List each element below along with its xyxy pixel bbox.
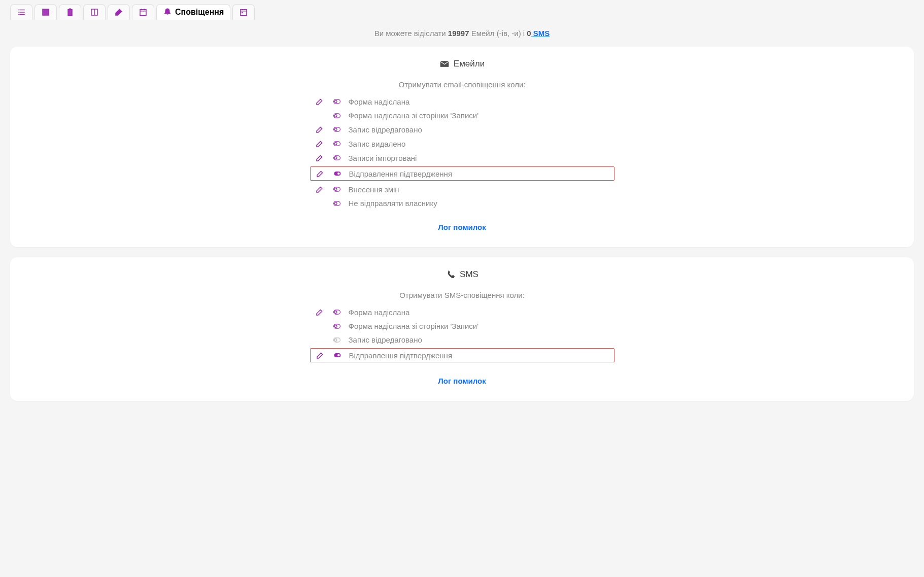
- toggle-slot: [332, 170, 343, 177]
- tab-notifications-label: Сповіщення: [175, 8, 224, 17]
- edit-icon[interactable]: [315, 185, 324, 194]
- email-row: Запис видалено: [310, 138, 614, 149]
- email-row-label: Форма надіслана: [349, 97, 410, 106]
- email-row-label: Записи імпортовані: [349, 154, 417, 162]
- sms-row: Запис відредаговано: [310, 334, 614, 345]
- toggle-slot: [331, 200, 343, 207]
- date-icon: [239, 8, 248, 17]
- email-log-link[interactable]: Лог помилок: [438, 223, 486, 231]
- sms-row: Форма надіслана зі сторінки 'Записи': [310, 321, 614, 331]
- tab-list[interactable]: [10, 4, 32, 20]
- tab-clipboard[interactable]: [59, 4, 81, 20]
- edit-slot: [314, 185, 325, 194]
- toggle-on[interactable]: [332, 352, 343, 359]
- tab-paint[interactable]: [108, 4, 130, 20]
- sms-panel-header: SMS: [30, 269, 894, 280]
- toggle-slot: [331, 98, 343, 105]
- edit-icon[interactable]: [315, 97, 324, 106]
- sms-panel-subtitle: Отримувати SMS-сповіщення коли:: [30, 291, 894, 299]
- quota-sms-link[interactable]: SMS: [531, 29, 550, 38]
- toggle-off[interactable]: [332, 200, 342, 207]
- email-row: Записи імпортовані: [310, 152, 614, 163]
- toggle-off[interactable]: [332, 309, 342, 316]
- sms-panel: SMS Отримувати SMS-сповіщення коли: Форм…: [10, 257, 914, 401]
- sms-row-label: Форма надіслана зі сторінки 'Записи': [349, 322, 479, 330]
- tab-window[interactable]: [35, 4, 57, 20]
- sms-row: Відправлення підтвердження: [310, 348, 614, 362]
- window-icon: [41, 8, 50, 17]
- toggle-slot: [331, 336, 343, 344]
- edit-slot: [315, 351, 326, 360]
- email-row-label: Запис видалено: [349, 140, 406, 148]
- edit-icon[interactable]: [315, 125, 324, 134]
- email-panel-header: Емейли: [30, 59, 894, 69]
- toggle-slot: [331, 309, 343, 316]
- email-row-label: Не відправляти власнику: [349, 199, 437, 208]
- bell-icon: [163, 8, 172, 17]
- phone-icon: [446, 269, 456, 280]
- email-rows: Форма надісланаФорма надіслана зі сторін…: [30, 96, 894, 209]
- edit-slot: [314, 139, 325, 148]
- quota-email-count: 19997: [448, 29, 469, 38]
- email-row-label: Відправлення підтвердження: [349, 169, 453, 178]
- sms-log-link-wrap: Лог помилок: [30, 377, 894, 386]
- toggle-off[interactable]: [332, 98, 342, 105]
- toggle-disabled: [332, 336, 342, 344]
- sms-log-link[interactable]: Лог помилок: [438, 377, 486, 385]
- toggle-slot: [331, 154, 343, 161]
- email-row: Відправлення підтвердження: [310, 166, 614, 181]
- email-row-label: Внесення змін: [349, 185, 399, 194]
- toggle-slot: [331, 126, 343, 133]
- email-row: Не відправляти власнику: [310, 198, 614, 209]
- toggle-off[interactable]: [332, 154, 342, 161]
- email-row: Форма надіслана: [310, 96, 614, 107]
- list-icon: [17, 8, 26, 17]
- toggle-off[interactable]: [332, 186, 342, 193]
- edit-slot: [314, 97, 325, 106]
- sms-row-label: Запис відредаговано: [349, 335, 422, 344]
- tab-date[interactable]: [232, 4, 255, 20]
- edit-icon[interactable]: [316, 169, 325, 178]
- sms-row-label: Відправлення підтвердження: [349, 351, 453, 360]
- email-panel-title: Емейли: [454, 59, 485, 69]
- paint-icon: [114, 8, 123, 17]
- sms-rows: Форма надісланаФорма надіслана зі сторін…: [30, 307, 894, 362]
- toggle-slot: [331, 186, 343, 193]
- email-row: Запис відредаговано: [310, 124, 614, 135]
- tab-calendar[interactable]: [132, 4, 154, 20]
- edit-icon[interactable]: [315, 139, 324, 148]
- toggle-on[interactable]: [332, 170, 343, 177]
- tab-columns[interactable]: [83, 4, 106, 20]
- toggle-slot: [331, 323, 343, 330]
- calendar-icon: [139, 8, 148, 17]
- edit-slot: [314, 308, 325, 317]
- toggle-slot: [332, 352, 343, 359]
- edit-icon[interactable]: [315, 153, 324, 162]
- columns-icon: [90, 8, 99, 17]
- toggle-slot: [331, 112, 343, 119]
- edit-icon[interactable]: [315, 308, 324, 317]
- sms-row: Форма надіслана: [310, 307, 614, 318]
- clipboard-icon: [65, 8, 75, 17]
- quota-line: Ви можете відіслати 19997 Емейл (-ів, -и…: [10, 22, 914, 42]
- quota-sms-count: 0: [527, 29, 531, 38]
- edit-slot: [314, 125, 325, 134]
- edit-slot: [314, 153, 325, 162]
- sms-row-label: Форма надіслана: [349, 308, 410, 317]
- toggle-off[interactable]: [332, 140, 342, 147]
- edit-icon[interactable]: [316, 351, 325, 360]
- toggle-off[interactable]: [332, 126, 342, 133]
- email-panel-subtitle: Отримувати email-сповіщення коли:: [30, 80, 894, 89]
- edit-slot: [315, 169, 326, 178]
- quota-email-label: Емейл (-ів, -и) і: [469, 29, 527, 38]
- tab-notifications[interactable]: Сповіщення: [156, 4, 230, 20]
- tab-bar: Сповіщення: [10, 4, 914, 20]
- email-row-label: Запис відредаговано: [349, 125, 422, 134]
- sms-panel-title: SMS: [460, 269, 478, 280]
- toggle-off[interactable]: [332, 323, 342, 330]
- toggle-off[interactable]: [332, 112, 342, 119]
- email-row: Форма надіслана зі сторінки 'Записи': [310, 110, 614, 121]
- quota-prefix: Ви можете відіслати: [374, 29, 448, 38]
- envelope-icon: [439, 59, 450, 69]
- toggle-slot: [331, 140, 343, 147]
